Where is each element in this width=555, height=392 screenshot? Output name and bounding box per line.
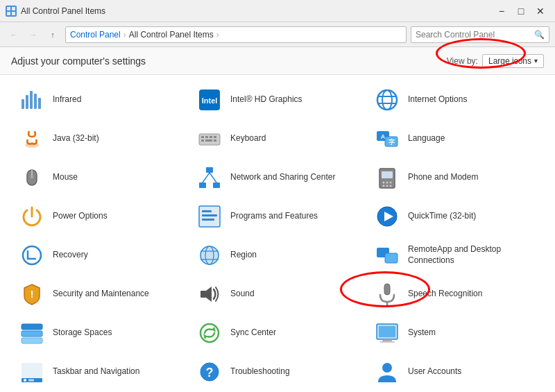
storage-spaces-label: Storage Spaces	[53, 327, 112, 339]
svg-text:?: ?	[206, 366, 214, 380]
forward-button[interactable]: →	[25, 26, 42, 43]
svg-marker-67	[212, 327, 216, 332]
panel-item-keyboard[interactable]: Keyboard	[189, 119, 366, 158]
panel-item-taskbar-navigation[interactable]: Taskbar and Navigation	[11, 352, 189, 391]
svg-rect-33	[213, 182, 220, 188]
back-button[interactable]: ←	[6, 26, 22, 43]
main-content: InfraredIntelIntel® HD GraphicsInternet …	[0, 75, 555, 392]
quicktime-label: QuickTime (32-bit)	[408, 211, 476, 222]
maximize-button[interactable]: □	[512, 2, 530, 20]
panel-item-sound[interactable]: Sound	[189, 275, 366, 314]
recovery-label: Recovery	[53, 250, 88, 261]
svg-rect-46	[202, 214, 217, 216]
svg-rect-63	[22, 324, 42, 330]
user-accounts-icon	[373, 358, 401, 386]
svg-point-50	[23, 246, 41, 264]
panel-item-user-accounts[interactable]: User Accounts	[366, 352, 544, 391]
svg-rect-17	[201, 136, 204, 138]
svg-rect-6	[30, 91, 33, 109]
breadcrumb-bar: Control Panel › All Control Panel Items …	[65, 26, 407, 43]
svg-rect-65	[22, 338, 42, 343]
panel-item-troubleshooting[interactable]: ?Troubleshooting	[189, 352, 366, 391]
svg-rect-76	[28, 380, 34, 382]
up-button[interactable]: ↑	[44, 26, 61, 43]
language-label: Language	[408, 133, 445, 144]
security-maintenance-label: Security and Maintenance	[53, 289, 149, 300]
svg-rect-18	[205, 136, 208, 138]
speech-recognition-icon	[373, 280, 401, 308]
title-bar: All Control Panel Items − □ ✕	[0, 0, 555, 22]
svg-rect-21	[201, 139, 204, 142]
panel-item-language[interactable]: A字Language	[366, 119, 544, 158]
internet-options-label: Internet Options	[408, 94, 467, 105]
security-maintenance-icon: !	[18, 280, 46, 308]
panel-item-remoteapp[interactable]: RemoteApp and Desktop Connections	[366, 236, 544, 275]
keyboard-icon	[196, 125, 223, 153]
window-title: All Control Panel Items	[21, 6, 105, 16]
intel-hd-label: Intel® HD Graphics	[230, 94, 302, 105]
taskbar-navigation-label: Taskbar and Navigation	[53, 366, 139, 377]
window-controls[interactable]: − □ ✕	[493, 2, 549, 20]
panel-items-area: InfraredIntelIntel® HD GraphicsInternet …	[0, 75, 555, 392]
panel-item-infrared[interactable]: Infrared	[11, 80, 189, 119]
panel-item-region[interactable]: Region	[189, 236, 366, 275]
svg-marker-59	[206, 287, 212, 302]
internet-options-icon	[373, 86, 401, 114]
phone-modem-icon	[373, 164, 401, 191]
svg-line-35	[210, 173, 216, 182]
panel-item-java[interactable]: Java (32-bit)	[11, 119, 189, 158]
svg-rect-20	[214, 136, 216, 138]
storage-spaces-icon	[18, 319, 46, 347]
svg-text:!: !	[31, 289, 34, 300]
svg-rect-7	[34, 94, 37, 109]
intel-hd-icon: Intel	[196, 86, 223, 114]
remoteapp-icon	[373, 241, 401, 269]
panel-item-phone-modem[interactable]: Phone and Modem	[366, 158, 544, 197]
svg-point-30	[31, 176, 33, 178]
panel-item-recovery[interactable]: Recovery	[11, 236, 189, 275]
panel-item-intel-hd[interactable]: IntelIntel® HD Graphics	[189, 80, 366, 119]
minimize-button[interactable]: −	[493, 2, 511, 20]
svg-line-34	[203, 173, 210, 182]
search-input[interactable]	[416, 30, 534, 40]
panel-item-storage-spaces[interactable]: Storage Spaces	[11, 314, 189, 352]
panel-item-network-sharing[interactable]: Network and Sharing Center	[189, 158, 366, 197]
mouse-label: Mouse	[53, 172, 78, 183]
panel-item-quicktime[interactable]: QuickTime (32-bit)	[366, 197, 544, 236]
user-accounts-label: User Accounts	[408, 366, 461, 377]
svg-rect-22	[205, 139, 212, 142]
panel-item-sync-center[interactable]: Sync Center	[189, 314, 366, 352]
panel-item-speech-recognition[interactable]: Speech Recognition	[366, 275, 544, 314]
breadcrumb-control-panel[interactable]: Control Panel	[70, 30, 121, 40]
panel-item-system[interactable]: System	[366, 314, 544, 352]
svg-text:Intel: Intel	[202, 96, 218, 105]
quicktime-icon	[373, 203, 401, 230]
view-value: Large icons	[488, 56, 531, 66]
panel-item-programs-features[interactable]: Programs and Features	[189, 197, 366, 236]
svg-rect-45	[202, 210, 212, 212]
svg-rect-3	[12, 12, 15, 15]
svg-rect-8	[38, 98, 41, 109]
mouse-icon	[18, 164, 46, 191]
phone-modem-label: Phone and Modem	[408, 172, 478, 183]
network-sharing-icon	[196, 164, 223, 191]
breadcrumb-separator: ›	[123, 30, 126, 40]
troubleshooting-label: Troubleshooting	[230, 366, 290, 377]
panel-item-power-options[interactable]: Power Options	[11, 197, 189, 236]
panel-item-security-maintenance[interactable]: !Security and Maintenance	[11, 275, 189, 314]
svg-rect-56	[385, 253, 398, 263]
java-icon	[18, 125, 46, 153]
infrared-label: Infrared	[53, 94, 81, 105]
panel-item-internet-options[interactable]: Internet Options	[366, 80, 544, 119]
panel-item-mouse[interactable]: Mouse	[11, 158, 189, 197]
recovery-icon	[18, 241, 46, 269]
panel-grid: InfraredIntelIntel® HD GraphicsInternet …	[11, 80, 544, 392]
svg-rect-58	[200, 291, 206, 298]
sync-center-label: Sync Center	[230, 327, 276, 339]
search-box[interactable]: 🔍	[411, 26, 549, 43]
close-button[interactable]: ✕	[531, 2, 549, 20]
page-title: Adjust your computer's settings	[11, 56, 146, 67]
view-dropdown[interactable]: Large icons	[482, 54, 544, 68]
search-button[interactable]: 🔍	[534, 30, 545, 40]
language-icon: A字	[373, 125, 401, 153]
